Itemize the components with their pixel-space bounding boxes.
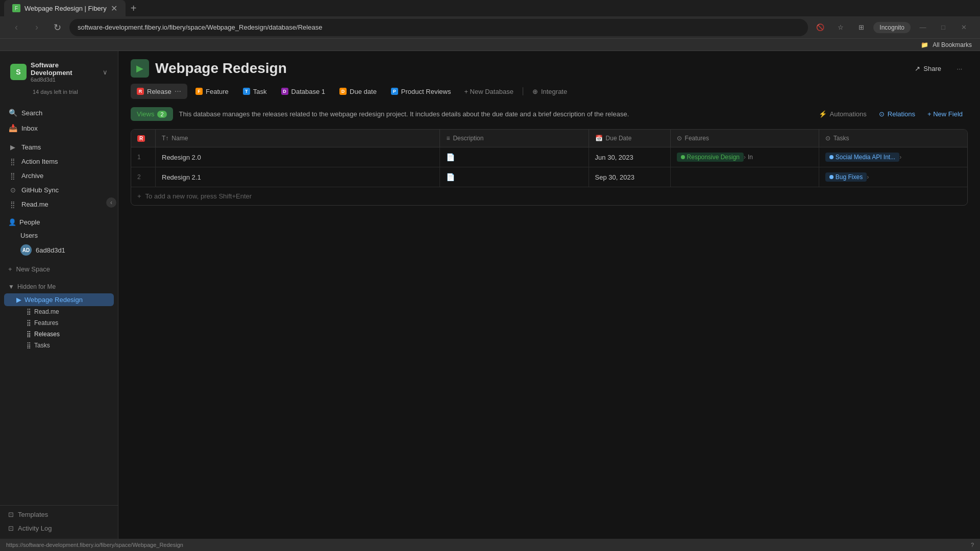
sidebar-sub-item-readme[interactable]: ⣿ Read.me xyxy=(4,306,114,317)
sidebar-item-github-sync[interactable]: ⊙ GitHub Sync xyxy=(4,183,114,197)
new-space-button[interactable]: + New Space xyxy=(4,262,114,276)
forward-button[interactable]: › xyxy=(29,19,45,36)
row-features-1[interactable]: Responsive Design › In xyxy=(671,147,819,167)
sidebar-item-teams[interactable]: ▶ Teams xyxy=(4,140,114,154)
th-description: ≡ Description xyxy=(440,130,589,147)
address-bar[interactable]: software-development.fibery.io/fibery/sp… xyxy=(69,19,808,36)
releases-label: Releases xyxy=(34,331,60,338)
status-bar: https://software-development.fibery.io/f… xyxy=(0,539,980,551)
database-description: This database manages the releases relat… xyxy=(179,109,807,119)
feature-tab-label: Feature xyxy=(206,88,229,95)
add-row-button[interactable]: + To add a new row, press Shift+Enter xyxy=(131,187,967,205)
db-tab-database1[interactable]: D Database 1 xyxy=(275,85,332,98)
due-date-header-label: Due Date xyxy=(606,135,632,142)
sidebar-sub-item-features[interactable]: ⣿ Features xyxy=(4,317,114,329)
sidebar-sub-item-tasks[interactable]: ⣿ Tasks xyxy=(4,340,114,351)
new-tab-button[interactable]: + xyxy=(126,0,142,16)
db-tab-feature[interactable]: F Feature xyxy=(189,85,235,98)
row-name-2[interactable]: Redesign 2.1 xyxy=(156,167,440,187)
readme-icon: ⣿ xyxy=(8,199,17,209)
tasks-label: Tasks xyxy=(34,342,50,349)
back-button[interactable]: ‹ xyxy=(8,19,24,36)
refresh-button[interactable]: ↻ xyxy=(49,19,65,36)
sidebar-item-webpage-redesign[interactable]: ▶ Webpage Redesign xyxy=(4,293,114,306)
sort-icon: T↑ xyxy=(162,135,168,142)
row-num-1: 1 xyxy=(131,147,156,167)
camera-off-icon[interactable]: 🚫 xyxy=(812,19,828,36)
automations-button[interactable]: ⚡ Automations xyxy=(814,107,872,121)
sidebar-item-users[interactable]: Users xyxy=(8,229,110,242)
sidebar-item-archive[interactable]: ⣿ Archive xyxy=(4,168,114,183)
task-dot-2 xyxy=(829,175,834,179)
task-dot-1 xyxy=(829,155,834,159)
sidebar-collapse-button[interactable]: ‹ xyxy=(106,197,116,208)
th-num: R xyxy=(131,130,156,147)
row-date-1[interactable]: Jun 30, 2023 xyxy=(589,147,671,167)
sidebar-item-people[interactable]: 👤 People xyxy=(4,215,114,229)
features-more-1: In xyxy=(748,154,753,161)
releases-icon: ⣿ xyxy=(27,331,31,338)
bookmark-icon[interactable]: ☆ xyxy=(832,19,849,36)
tab-close-button[interactable]: ✕ xyxy=(111,4,117,13)
tab-divider xyxy=(523,87,523,95)
tasks-expand-2[interactable]: › xyxy=(867,173,869,181)
row-name-value-1: Redesign 2.0 xyxy=(162,154,201,161)
db-content: Views 2 This database manages the releas… xyxy=(118,99,980,551)
new-database-label: + New Database xyxy=(464,88,513,95)
row-number-2: 2 xyxy=(137,173,141,181)
views-button[interactable]: Views 2 xyxy=(131,107,173,121)
hidden-section-header[interactable]: ▼ Hidden for Me xyxy=(4,280,114,293)
sidebar-item-search[interactable]: 🔍 Search xyxy=(4,105,114,120)
db-tab-task[interactable]: T Task xyxy=(237,85,273,98)
incognito-button[interactable]: Incognito xyxy=(873,22,911,33)
database-tabs: R Release ··· F Feature T Task D Databas… xyxy=(118,78,980,99)
layout-icon[interactable]: ⊞ xyxy=(853,19,869,36)
search-label: Search xyxy=(21,109,42,117)
user-item[interactable]: AD 6ad8d3d1 xyxy=(8,242,110,258)
new-field-button[interactable]: + New Field xyxy=(922,107,968,121)
sidebar-item-activity-log[interactable]: ⊡ Activity Log xyxy=(4,521,114,535)
release-tab-dots[interactable]: ··· xyxy=(175,87,181,96)
automations-label: Automations xyxy=(830,110,867,118)
page-actions: ↗ Share ··· xyxy=(909,60,968,77)
new-database-button[interactable]: + New Database xyxy=(459,85,518,98)
minimize-button[interactable]: — xyxy=(915,19,931,36)
workspace-info[interactable]: S Software Development 6ad8d3d1 ∨ xyxy=(6,57,112,87)
relations-button[interactable]: ⊙ Relations xyxy=(874,107,920,121)
th-name: T↑ Name xyxy=(156,130,440,147)
tasks-header-label: Tasks xyxy=(834,135,849,142)
help-button[interactable]: ? xyxy=(971,542,974,548)
plus-icon: + xyxy=(8,265,12,273)
more-options-button[interactable]: ··· xyxy=(951,60,968,77)
sidebar-sub-item-releases[interactable]: ⣿ Releases xyxy=(4,329,114,340)
maximize-button[interactable]: □ xyxy=(935,19,951,36)
all-bookmarks-label: All Bookmarks xyxy=(933,41,972,48)
sidebar-item-inbox[interactable]: 📥 Inbox xyxy=(4,120,114,136)
integrate-button[interactable]: ⊕ Integrate xyxy=(527,85,572,98)
due-date-tab-label: Due date xyxy=(350,88,377,95)
tasks-header-icon: ⊙ xyxy=(825,135,830,142)
row-date-2[interactable]: Sep 30, 2023 xyxy=(589,167,671,187)
tasks-expand-1[interactable]: › xyxy=(899,154,901,161)
db-tab-release[interactable]: R Release ··· xyxy=(131,84,187,99)
row-desc-1[interactable]: 📄 xyxy=(440,147,589,167)
row-desc-2[interactable]: 📄 xyxy=(440,167,589,187)
due-date-tab-color: D xyxy=(339,88,347,95)
features-expand-1[interactable]: › xyxy=(744,154,746,161)
th-due-date: 📅 Due Date xyxy=(589,130,671,147)
row-name-1[interactable]: Redesign 2.0 xyxy=(156,147,440,167)
db-tab-due-date[interactable]: D Due date xyxy=(333,85,383,98)
sidebar-item-templates[interactable]: ⊡ Templates xyxy=(4,508,114,521)
features-header-icon: ⊙ xyxy=(677,135,682,142)
row-tasks-2[interactable]: Bug Fixes › xyxy=(819,167,967,187)
share-button[interactable]: ↗ Share xyxy=(909,62,947,76)
row-features-2[interactable] xyxy=(671,167,819,187)
browser-tab-active[interactable]: F Webpage Redesign | Fibery ✕ xyxy=(4,0,126,16)
tasks-icon: ⣿ xyxy=(27,342,31,349)
workspace-icon: S xyxy=(10,64,27,80)
row-tasks-1[interactable]: Social Media API Int... › xyxy=(819,147,967,167)
close-window-button[interactable]: ✕ xyxy=(955,19,972,36)
sidebar-item-readme[interactable]: ⣿ Read.me xyxy=(4,197,114,211)
db-tab-product-reviews[interactable]: P Product Reviews xyxy=(385,85,457,98)
sidebar-item-action-items[interactable]: ⣿ Action Items xyxy=(4,154,114,168)
